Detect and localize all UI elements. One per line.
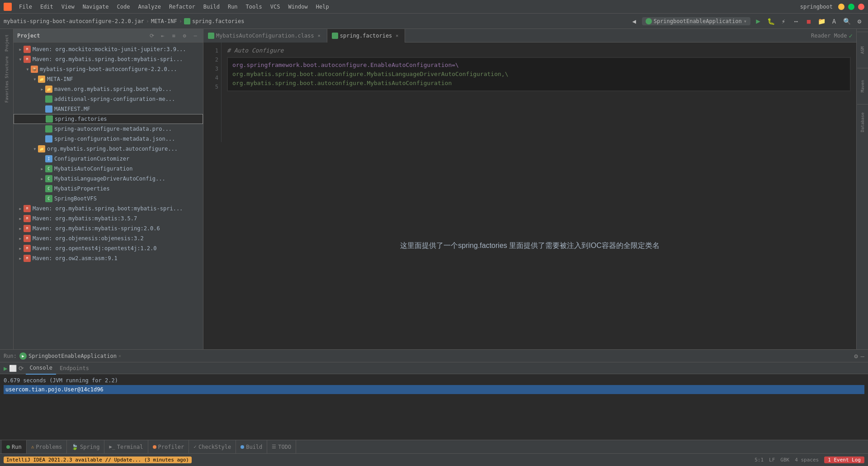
tree-arrow: ▶ <box>17 215 24 222</box>
tree-item-autoconfigure-pkg[interactable]: ▼ 📁 org.mybatis.spring.boot.autoconfigur… <box>14 144 203 154</box>
tree-item-objenesis[interactable]: ▶ M Maven: org.objenesis:objenesis:3.2 <box>14 233 203 243</box>
run-tab-close[interactable]: ✕ <box>118 353 121 358</box>
tab-close-button[interactable]: ✕ <box>316 33 322 39</box>
tree-item-meta-inf[interactable]: ▼ 📁 META-INF <box>14 74 203 84</box>
menu-build[interactable]: Build <box>200 3 223 11</box>
tree-item-autoconfigure-jar[interactable]: ▼ 📦 mybatis-spring-boot-autoconfigure-2.… <box>14 64 203 74</box>
tree-item-mybatis-autoconfig[interactable]: ▶ C MybatisAutoConfiguration <box>14 164 203 174</box>
menu-vcs[interactable]: VCS <box>267 3 284 11</box>
menu-help[interactable]: Help <box>312 3 333 11</box>
minimize-button[interactable] <box>838 4 844 10</box>
console-play-button[interactable]: ▶ <box>4 365 7 372</box>
menu-analyze[interactable]: Analyze <box>134 3 165 11</box>
tree-item-mybatis-spring[interactable]: ▶ M Maven: org.mybatis:mybatis-spring:2.… <box>14 223 203 233</box>
close-button[interactable] <box>858 4 864 10</box>
tab-mybatis-autoconfig[interactable]: MybatisAutoConfiguration.class ✕ <box>203 29 327 43</box>
tree-label: maven.org.mybatis.spring.boot.myb... <box>54 86 172 92</box>
maximize-button[interactable] <box>848 4 854 10</box>
annotation-section: 这里面提供了一个spring.factories 里面提供了需要被注入到IOC容… <box>203 142 856 349</box>
coverage-button[interactable]: ⚡ <box>778 16 788 26</box>
console-output[interactable]: 0.679 seconds (JVM running for 2.2) user… <box>0 374 868 440</box>
run-tool-tab[interactable]: Run <box>2 440 27 453</box>
maven-tab[interactable]: Maven <box>857 68 868 104</box>
menu-view[interactable]: View <box>58 3 78 11</box>
status-warning[interactable]: IntelliJ IDEA 2021.2.3 available // Upda… <box>4 456 192 463</box>
stop-button[interactable]: ■ <box>804 16 814 26</box>
todo-tab[interactable]: ☰ TODO <box>267 440 296 453</box>
run-button[interactable]: ▶ <box>753 16 763 26</box>
tree-item-asm[interactable]: ▶ M Maven: org.ow2.asm:asm:9.1 <box>14 253 203 263</box>
maven-icon: M <box>24 205 31 212</box>
terminal-tab[interactable]: ▶_ Terminal <box>104 440 148 453</box>
leaf-icon: 🍃 <box>71 444 78 450</box>
console-stop-button[interactable]: ⬜ <box>9 365 17 372</box>
tree-item-spring-config-meta[interactable]: spring-configuration-metadata.json... <box>14 134 203 144</box>
tree-item-maven-folder[interactable]: ▶ 📁 maven.org.mybatis.spring.boot.myb... <box>14 84 203 94</box>
jar-icon: 📦 <box>31 66 38 73</box>
run-minimize-button[interactable]: — <box>861 352 864 360</box>
more-run-button[interactable]: ⋯ <box>791 16 801 26</box>
menu-window[interactable]: Window <box>284 3 311 11</box>
favorites-icon[interactable]: Favorites <box>1 81 12 103</box>
tree-item-mybatis[interactable]: ▶ M Maven: org.mybatis:mybatis:3.5.7 <box>14 214 203 223</box>
tree-item-mybatis-spring2[interactable]: ▶ M Maven: org.mybatis.spring.boot:mybat… <box>14 204 203 214</box>
run-config-selector[interactable]: SpringbootEnableApplication ▾ <box>642 17 750 25</box>
tree-item-opentest4j[interactable]: ▶ M Maven: org.opentest4j:opentest4j:1.2… <box>14 243 203 253</box>
tree-item-mockito[interactable]: ▶ M Maven: org.mockito:mockito-junit-jup… <box>14 44 203 54</box>
reader-mode-button[interactable]: Reader Mode ✓ <box>811 32 853 39</box>
event-log-button[interactable]: 1 Event Log <box>824 456 864 463</box>
menu-file[interactable]: File <box>15 3 36 11</box>
code-editor[interactable]: # Auto Configure org.springframework.boo… <box>222 43 856 142</box>
tree-item-manifest[interactable]: MANIFEST.MF <box>14 104 203 114</box>
tree-label: META-INF <box>47 76 73 82</box>
menu-refactor[interactable]: Refactor <box>165 3 199 11</box>
database-tab[interactable]: Database <box>857 104 868 140</box>
git-button[interactable]: 📁 <box>816 16 826 26</box>
menu-run[interactable]: Run <box>224 3 241 11</box>
sync-button[interactable]: ⟳ <box>148 32 156 40</box>
menu-bar: File Edit View Navigate Code Analyze Ref… <box>15 3 795 11</box>
problems-tab[interactable]: ⚠ Problems <box>27 440 67 453</box>
breadcrumb-file: spring.factories <box>192 18 245 24</box>
build-tab[interactable]: Build <box>236 440 267 453</box>
collapse-button[interactable]: ⇤ <box>159 32 167 40</box>
tree-item-spring-factories[interactable]: spring.factories <box>14 114 203 124</box>
menu-edit[interactable]: Edit <box>37 3 57 11</box>
minimize-panel-button[interactable]: — <box>191 32 199 40</box>
run-settings-button[interactable]: ⚙ <box>854 352 858 360</box>
tree-label: org.mybatis.spring.boot.autoconfigure... <box>47 146 178 152</box>
profiler-tab[interactable]: Profiler <box>148 440 189 453</box>
spring-tab[interactable]: 🍃 Spring <box>67 440 104 453</box>
tree-label: MANIFEST.MF <box>54 106 90 112</box>
endpoints-tab[interactable]: Endpoints <box>56 362 93 375</box>
settings-button[interactable]: ⚙ <box>854 16 864 26</box>
menu-code[interactable]: Code <box>113 3 134 11</box>
tab-spring-factories[interactable]: spring.factories ✕ <box>327 29 406 43</box>
menu-navigate[interactable]: Navigate <box>79 3 113 11</box>
project-icon[interactable]: Project <box>1 32 12 54</box>
tree-item-config-customizer[interactable]: I ConfigurationCustomizer <box>14 154 203 164</box>
tab-icon <box>332 33 338 39</box>
tree-item-mybatis-lang-driver[interactable]: ▶ C MybatisLanguageDriverAutoConfig... <box>14 174 203 184</box>
menu-tools[interactable]: Tools <box>242 3 266 11</box>
tree-item-springboot-vfs[interactable]: C SpringBootVFS <box>14 194 203 204</box>
structure-icon[interactable]: Structure <box>1 56 12 79</box>
settings-tree-button[interactable]: ⚙ <box>180 32 189 40</box>
console-tab[interactable]: Console <box>26 362 56 375</box>
tree-item-additional-spring[interactable]: additional-spring-configuration-me... <box>14 94 203 104</box>
tree-item-mybatis-props[interactable]: C MybatisProperties <box>14 184 203 194</box>
debug-button[interactable]: 🐛 <box>766 16 776 26</box>
filter-button[interactable]: ≡ <box>170 32 178 40</box>
search-button[interactable]: 🔍 <box>842 16 852 26</box>
asm-tab[interactable]: ASM <box>857 32 868 68</box>
tab-close-button[interactable]: ✕ <box>394 33 400 39</box>
tree-label: MybatisProperties <box>54 185 110 192</box>
console-restart-button[interactable]: ⟳ <box>19 365 24 372</box>
tree-item-spring-autoconfigure[interactable]: spring-autoconfigure-metadata.pro... <box>14 124 203 134</box>
translate-button[interactable]: A <box>829 16 839 26</box>
bottom-panel: Run: ▶ SpringbootEnableApplication ✕ ⚙ —… <box>0 349 868 440</box>
checkstyle-tab[interactable]: ✓ CheckStyle <box>189 440 236 453</box>
run-app-tab[interactable]: ▶ SpringbootEnableApplication ✕ <box>19 352 121 360</box>
tree-item-mybatis-spring[interactable]: ▼ M Maven: org.mybatis.spring.boot:mybat… <box>14 54 203 64</box>
back-button[interactable]: ◀ <box>629 16 639 26</box>
